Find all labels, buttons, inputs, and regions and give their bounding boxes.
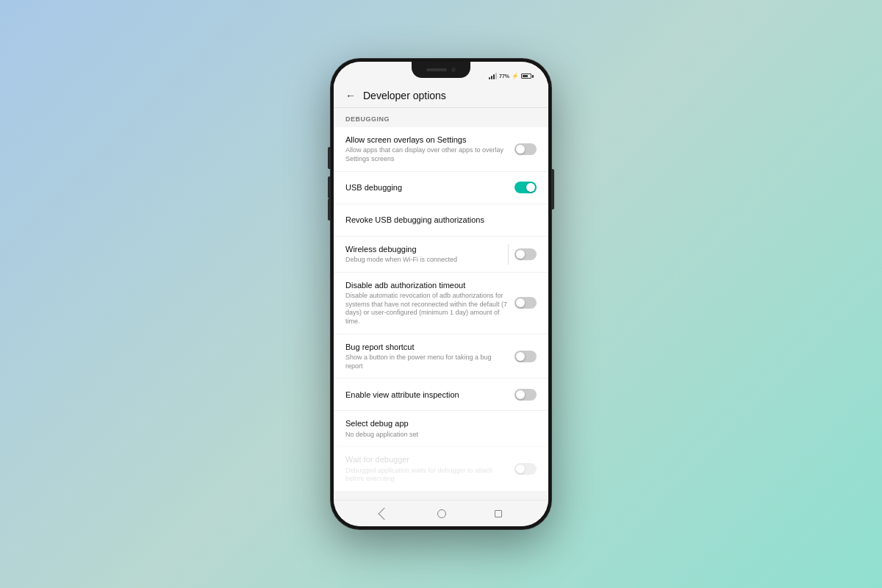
setting-select-debug-app[interactable]: Select debug app No debug application se… — [334, 410, 548, 446]
setting-bug-report-shortcut-subtitle: Show a button in the power menu for taki… — [345, 354, 509, 370]
toggle-thumb — [516, 298, 525, 307]
setting-usb-debugging-title: USB debugging — [345, 182, 509, 193]
setting-allow-screen-overlays-title: Allow screen overlays on Settings — [345, 135, 509, 145]
section-label-debugging: DEBUGGING — [334, 108, 548, 126]
back-button[interactable]: ← — [345, 90, 356, 101]
toggle-thumb — [516, 145, 525, 154]
toggle-wait-for-debugger — [514, 463, 537, 475]
nav-bar — [334, 500, 548, 526]
setting-disable-adb-timeout-content: Disable adb authorization timeout Disabl… — [345, 280, 514, 326]
setting-allow-screen-overlays-subtitle: Allow apps that can display over other a… — [345, 146, 509, 163]
setting-wireless-debugging-subtitle: Debug mode when Wi-Fi is connected — [345, 256, 502, 265]
toggle-thumb — [526, 183, 535, 192]
setting-disable-adb-timeout-title: Disable adb authorization timeout — [345, 280, 509, 290]
signal-icon — [489, 73, 497, 79]
toggle-wireless-debugging[interactable] — [514, 248, 537, 260]
nav-recent-button[interactable] — [495, 510, 502, 517]
setting-allow-screen-overlays: Allow screen overlays on Settings Allow … — [334, 127, 548, 171]
setting-usb-debugging-content: USB debugging — [345, 182, 514, 193]
setting-select-debug-app-content: Select debug app No debug application se… — [345, 418, 537, 439]
toggle-view-attribute-inspection[interactable] — [514, 389, 537, 401]
setting-bug-report-shortcut-title: Bug report shortcut — [345, 342, 509, 352]
settings-items-group: Allow screen overlays on Settings Allow … — [334, 127, 548, 491]
setting-wireless-debugging: Wireless debugging Debug mode when Wi-Fi… — [334, 236, 548, 272]
nav-back-button[interactable] — [380, 509, 389, 518]
signal-bar-2 — [491, 76, 492, 79]
charging-icon: ⚡ — [512, 73, 519, 79]
camera — [451, 68, 456, 72]
toggle-thumb — [516, 465, 525, 473]
battery-percent: 77% — [499, 74, 509, 79]
status-bar: 77% ⚡ — [334, 62, 548, 82]
speaker — [426, 68, 447, 71]
setting-view-attribute-inspection: Enable view attribute inspection — [334, 378, 548, 410]
setting-wireless-debugging-title: Wireless debugging — [345, 244, 502, 254]
signal-bar-3 — [493, 74, 495, 79]
setting-bug-report-shortcut: Bug report shortcut Show a button in the… — [334, 334, 548, 379]
notch — [412, 62, 470, 78]
battery-icon — [521, 74, 534, 79]
setting-revoke-usb-content: Revoke USB debugging authorizations — [345, 215, 537, 225]
setting-select-debug-app-subtitle: No debug application set — [345, 431, 531, 440]
setting-allow-screen-overlays-content: Allow screen overlays on Settings Allow … — [345, 135, 514, 164]
toggle-thumb — [516, 352, 525, 361]
setting-select-debug-app-title: Select debug app — [345, 418, 531, 429]
setting-wireless-debugging-content: Wireless debugging Debug mode when Wi-Fi… — [345, 244, 508, 265]
setting-revoke-usb[interactable]: Revoke USB debugging authorizations — [334, 204, 548, 236]
setting-wait-for-debugger-content: Wait for debugger Debugged application w… — [345, 454, 514, 484]
setting-bug-report-shortcut-content: Bug report shortcut Show a button in the… — [345, 342, 514, 371]
setting-view-attribute-inspection-content: Enable view attribute inspection — [345, 390, 514, 400]
signal-bar-4 — [495, 73, 497, 79]
setting-disable-adb-timeout-subtitle: Disable automatic revocation of adb auth… — [345, 292, 509, 326]
header: ← Developer options — [334, 82, 548, 108]
setting-wait-for-debugger-subtitle: Debugged application waits for debugger … — [345, 467, 509, 484]
phone-device: 77% ⚡ ← Developer options DEBUGGING — [331, 59, 551, 529]
screen-content: ← Developer options DEBUGGING Allow scre… — [334, 82, 548, 500]
setting-view-attribute-inspection-title: Enable view attribute inspection — [345, 390, 509, 400]
toggle-bug-report-shortcut[interactable] — [514, 351, 537, 362]
setting-disable-adb-timeout: Disable adb authorization timeout Disabl… — [334, 272, 548, 334]
setting-usb-debugging: USB debugging — [334, 171, 548, 204]
status-right: 77% ⚡ — [489, 73, 534, 79]
phone-screen: 77% ⚡ ← Developer options DEBUGGING — [334, 62, 548, 526]
signal-bar-1 — [489, 77, 490, 79]
toggle-thumb — [516, 250, 525, 259]
vertical-divider — [508, 244, 509, 265]
setting-wait-for-debugger-title: Wait for debugger — [345, 454, 509, 465]
toggle-allow-screen-overlays[interactable] — [514, 143, 537, 155]
toggle-disable-adb-timeout[interactable] — [514, 297, 537, 309]
page-title: Developer options — [363, 90, 446, 101]
nav-home-button[interactable] — [437, 509, 446, 518]
toggle-usb-debugging[interactable] — [514, 182, 537, 193]
nav-back-icon — [379, 507, 391, 520]
setting-revoke-usb-title: Revoke USB debugging authorizations — [345, 215, 531, 225]
nav-recent-icon — [495, 510, 502, 517]
toggle-thumb — [516, 390, 525, 399]
nav-home-icon — [437, 509, 446, 518]
setting-wait-for-debugger: Wait for debugger Debugged application w… — [334, 446, 548, 491]
